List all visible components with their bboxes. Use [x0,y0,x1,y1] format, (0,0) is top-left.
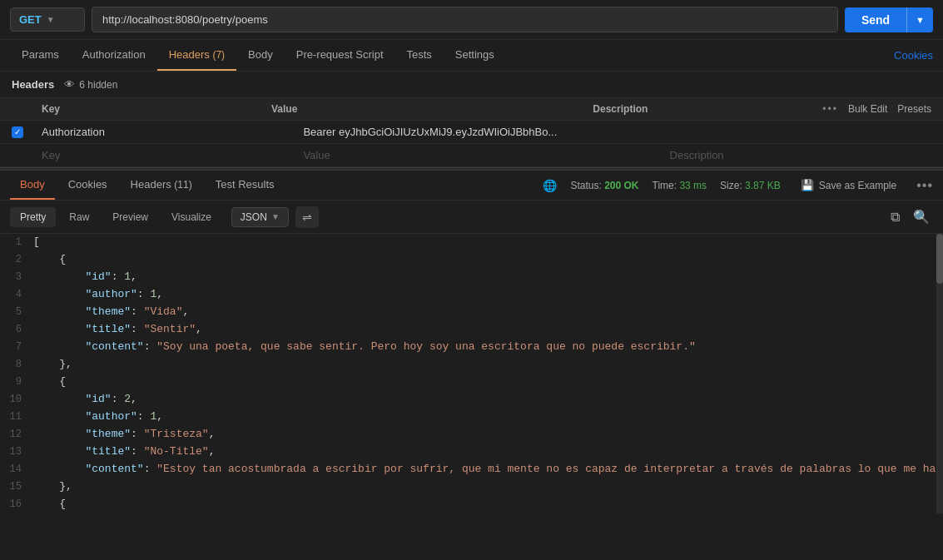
top-bar: GET ▼ Send ▼ [0,0,943,40]
tab-tests[interactable]: Tests [395,40,444,71]
cookies-button[interactable]: Cookies [894,49,933,62]
line-number: 1 [0,234,33,251]
line-number: 6 [0,321,33,339]
headers-count: (7) [212,49,225,61]
code-line: 12 "theme": "Tristeza", [0,426,943,444]
table-actions: ••• Bulk Edit Presets [822,103,931,115]
size-label: Size: 3.87 KB [720,180,781,191]
tab-settings[interactable]: Settings [444,40,506,71]
response-tab-cookies[interactable]: Cookies [58,171,117,200]
method-dropdown-arrow: ▼ [47,15,55,24]
bulk-edit-button[interactable]: Bulk Edit [848,103,887,115]
save-example-label: Save as Example [819,180,896,191]
url-input[interactable] [92,7,838,32]
checkmark-icon: ✓ [14,127,21,136]
time-value: 33 ms [679,180,707,191]
line-number: 3 [0,269,33,286]
view-tab-pretty[interactable]: Pretty [10,207,56,227]
view-tab-preview[interactable]: Preview [102,207,158,227]
tab-headers[interactable]: Headers (7) [157,40,236,71]
format-selector[interactable]: JSON ▼ [231,207,289,227]
code-area[interactable]: 1[2 {3 "id": 1,4 "author": 1,5 "theme": … [0,234,943,513]
header-value-authorization[interactable]: Bearer eyJhbGciOiJIUzUxMiJ9.eyJzdWIiOiJB… [303,126,669,138]
code-line: 1[ [0,234,943,251]
view-tab-visualize[interactable]: Visualize [161,207,221,227]
wrap-icon: ⇌ [302,211,312,224]
headers-subrow: Headers 👁 6 hidden [0,72,943,98]
code-actions: ⧉ 🔍 [887,206,933,228]
code-line: 9 { [0,374,943,391]
code-line: 5 "theme": "Vida", [0,304,943,321]
line-number: 14 [0,461,33,478]
line-content: { [33,374,943,391]
row-checkbox-authorization[interactable]: ✓ [12,126,42,138]
eye-icon: 👁 [64,78,75,91]
line-content: "id": 2, [33,391,943,409]
col-key-header: Key [42,103,271,115]
size-value: 3.87 KB [745,180,781,191]
header-key-authorization[interactable]: Authorization [42,126,303,138]
line-content: [ [33,234,943,251]
code-line: 13 "title": "No-Title", [0,444,943,461]
send-dropdown-button[interactable]: ▼ [906,7,933,32]
response-more-options-icon[interactable]: ••• [916,178,933,193]
line-number: 2 [0,251,33,269]
line-number: 4 [0,286,33,304]
response-tab-body[interactable]: Body [10,171,55,200]
line-number: 7 [0,339,33,356]
method-selector[interactable]: GET ▼ [10,7,85,32]
tab-body[interactable]: Body [236,40,285,71]
line-number: 9 [0,374,33,391]
search-button[interactable]: 🔍 [910,206,933,228]
save-icon: 💾 [801,179,814,191]
line-content: }, [33,356,943,374]
tab-authorization[interactable]: Authorization [71,40,157,71]
checkbox-authorization[interactable]: ✓ [12,126,23,138]
scrollbar-track[interactable] [936,234,943,513]
line-content: "author": 1, [33,286,943,304]
empty-key[interactable]: Key [42,149,303,161]
hidden-badge[interactable]: 👁 6 hidden [64,78,117,91]
empty-desc[interactable]: Description [670,149,931,161]
headers-label: Headers [12,78,54,91]
tab-params[interactable]: Params [10,40,71,71]
line-content: "author": 1, [33,409,943,426]
scrollbar-thumb[interactable] [936,234,943,284]
send-button[interactable]: Send [845,7,906,32]
line-content: { [33,496,943,513]
empty-value[interactable]: Value [303,149,669,161]
time-label: Time: 33 ms [653,180,707,191]
code-line: 4 "author": 1, [0,286,943,304]
code-line: 15 }, [0,478,943,496]
line-content: "theme": "Tristeza", [33,426,943,444]
view-tabs-row: Pretty Raw Preview Visualize JSON ▼ ⇌ ⧉ … [0,201,943,234]
request-tabs: Params Authorization Headers (7) Body Pr… [0,40,943,72]
save-as-example-button[interactable]: 💾 Save as Example [794,176,903,195]
line-content: "content": "Soy una poeta, que sabe sent… [33,339,943,356]
code-line: 6 "title": "Sentir", [0,321,943,339]
copy-button[interactable]: ⧉ [887,206,903,228]
presets-button[interactable]: Presets [897,103,931,115]
line-number: 16 [0,496,33,513]
wrap-button[interactable]: ⇌ [295,206,319,228]
code-line: 2 { [0,251,943,269]
line-content: "theme": "Vida", [33,304,943,321]
response-tab-test-results[interactable]: Test Results [206,171,285,200]
line-content: { [33,251,943,269]
tab-pre-request[interactable]: Pre-request Script [285,40,395,71]
more-options-icon[interactable]: ••• [822,103,838,115]
response-meta: 🌐 Status: 200 OK Time: 33 ms Size: 3.87 … [543,176,933,195]
view-tab-raw[interactable]: Raw [59,207,99,227]
line-number: 8 [0,356,33,374]
header-row-empty: Key Value Description [0,144,943,167]
hidden-count-text: 6 hidden [79,79,117,91]
col-description-header: Description [593,103,822,115]
response-tab-headers[interactable]: Headers (11) [121,171,202,200]
line-content: "id": 1, [33,269,943,286]
line-number: 12 [0,426,33,444]
format-dropdown-arrow: ▼ [271,212,280,221]
code-line: 11 "author": 1, [0,409,943,426]
send-btn-container: Send ▼ [845,7,933,32]
line-content: "title": "No-Title", [33,444,943,461]
line-number: 5 [0,304,33,321]
